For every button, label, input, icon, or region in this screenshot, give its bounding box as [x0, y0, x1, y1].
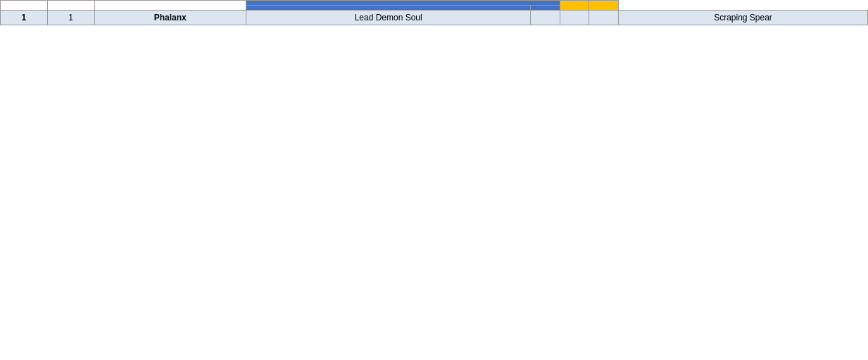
map-cell: 1: [1, 11, 48, 25]
main-table: 11PhalanxLead Demon SoulScraping Spear: [0, 0, 868, 25]
col-header-sage: [246, 6, 530, 11]
col-header-yuria: [531, 6, 560, 11]
col-header-soul: [94, 1, 246, 11]
col-header-boss: [47, 1, 94, 11]
special-weapon: Scraping Spear: [618, 11, 867, 25]
soul-name: Lead Demon Soul: [246, 11, 530, 25]
col-header-special: [589, 1, 619, 11]
col-header-miracles: [560, 1, 589, 11]
boss-num: 1: [47, 11, 94, 25]
col-header-spells: [246, 1, 560, 6]
sage-spell: [531, 11, 560, 25]
yuria-spell: [560, 11, 589, 25]
col-header-map: [1, 1, 48, 11]
boss-name: Phalanx: [94, 11, 246, 25]
miracle: [589, 11, 619, 25]
